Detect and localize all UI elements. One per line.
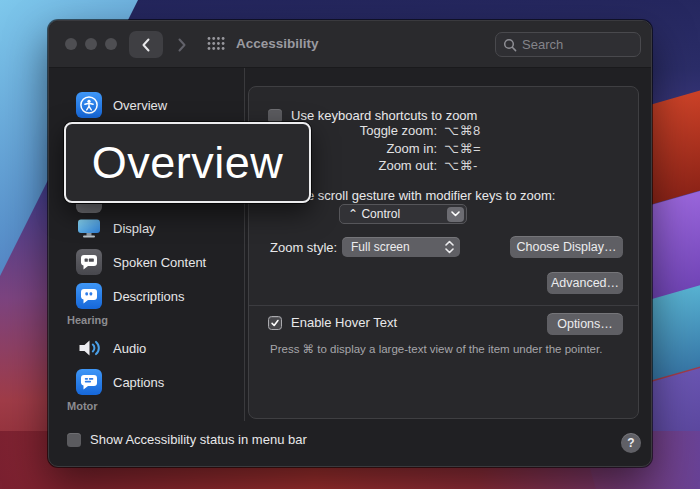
hover-text-label: Enable Hover Text [291,315,397,330]
chevron-down-icon [447,207,464,222]
hover-text-checkbox[interactable] [268,316,282,330]
forward-button[interactable] [167,31,197,58]
zoom-window-button[interactable] [105,38,117,50]
sidebar-item-display[interactable]: Display [76,215,236,241]
search-input[interactable] [522,37,633,52]
sidebar-section-hearing: Hearing [67,314,108,326]
keyboard-shortcuts-checkbox[interactable] [268,109,282,123]
chevron-right-icon [176,37,188,53]
accessibility-icon [76,92,102,118]
titlebar: Accessibility [49,21,651,68]
zoom-style-label: Zoom style: [270,240,337,255]
hover-text-checkbox-row[interactable]: Enable Hover Text [268,315,397,330]
sidebar-item-overview[interactable]: Overview [76,92,236,118]
modifier-key-value: ⌃ Control [348,207,400,221]
show-all-button[interactable] [207,36,225,55]
help-question-mark: ? [627,436,634,450]
search-field[interactable] [495,32,641,57]
scroll-gesture-checkbox-row[interactable]: Use scroll gesture with modifier keys to… [268,188,555,203]
back-button[interactable] [129,31,163,58]
keyboard-shortcuts-checkbox-row[interactable]: Use keyboard shortcuts to zoom [268,108,477,123]
hover-text-zoom-overlay: Overview [64,122,311,203]
shortcut-keys: ⌥⌘= [444,141,481,156]
shortcut-keys: ⌥⌘8 [444,123,481,138]
checkmark-icon [270,318,280,328]
sidebar-item-audio[interactable]: Audio [76,335,236,361]
minimize-button[interactable] [85,38,97,50]
close-button[interactable] [65,38,77,50]
scroll-gesture-label: Use scroll gesture with modifier keys to… [291,188,555,203]
zoom-style-value: Full screen [351,240,410,254]
zoom-item-icon-partial[interactable] [76,204,102,213]
choose-display-button[interactable]: Choose Display… [510,236,623,258]
chevron-left-icon [140,37,152,53]
display-icon [76,215,102,241]
advanced-button[interactable]: Advanced… [547,272,623,294]
window-title: Accessibility [236,36,319,51]
status-checkbox[interactable] [67,433,81,447]
status-checkbox-label: Show Accessibility status in menu bar [90,432,307,447]
sidebar-divider [244,68,245,421]
options-button[interactable]: Options… [547,313,623,335]
sidebar-item-label: Spoken Content [113,255,206,270]
grid-icon [207,36,225,51]
system-preferences-window: Accessibility Overview [48,20,652,467]
sidebar-item-label: Display [113,221,156,236]
sidebar-item-label: Captions [113,375,164,390]
spoken-content-icon [76,249,102,275]
zoom-style-popup[interactable]: Full screen [342,237,460,257]
status-checkbox-row[interactable]: Show Accessibility status in menu bar [67,432,307,447]
help-button[interactable]: ? [621,433,641,453]
search-icon [503,38,517,52]
captions-icon [76,369,102,395]
modifier-key-popup[interactable]: ⌃ Control [339,204,467,224]
hover-text-zoom-label: Overview [92,137,284,189]
keyboard-shortcuts-label: Use keyboard shortcuts to zoom [291,108,477,123]
sidebar-item-descriptions[interactable]: Descriptions [76,283,236,309]
sidebar-item-label: Overview [113,98,167,113]
sidebar-section-motor: Motor [67,400,98,412]
descriptions-icon [76,283,102,309]
updown-chevrons-icon [445,240,454,254]
audio-icon [76,335,102,361]
sidebar-item-label: Descriptions [113,289,185,304]
sidebar-item-captions[interactable]: Captions [76,369,236,395]
panel-divider [249,305,638,306]
sidebar-item-label: Audio [113,341,146,356]
sidebar-item-spoken-content[interactable]: Spoken Content [76,249,236,275]
shortcut-keys: ⌥⌘- [444,158,478,173]
hover-text-description: Press ⌘ to display a large-text view of … [270,342,602,356]
